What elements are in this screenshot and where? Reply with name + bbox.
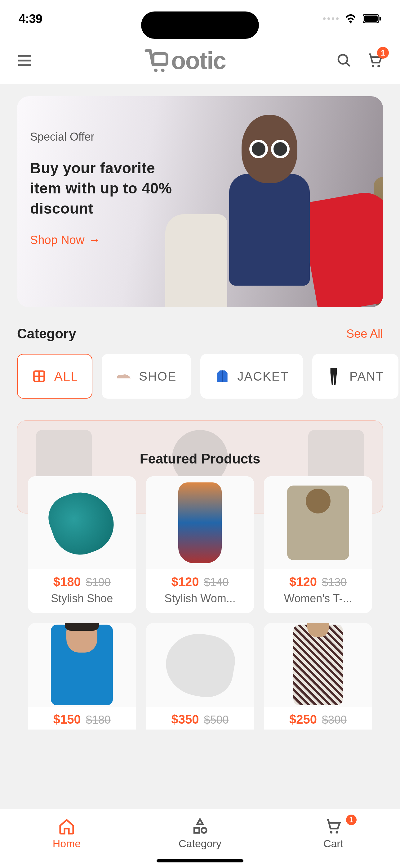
pant-icon	[327, 369, 342, 384]
category-icon	[191, 818, 209, 835]
product-name: Stylish Wom...	[153, 592, 247, 605]
content-scroll[interactable]: Special Offer Buy your favorite item wit…	[0, 84, 400, 809]
product-old-price: $130	[322, 576, 347, 589]
logo-cart-icon	[143, 46, 171, 74]
product-old-price: $140	[204, 576, 229, 589]
product-grid: $150 $180 $350 $500 $250 $300	[0, 623, 400, 730]
svg-rect-2	[379, 17, 381, 21]
logo-text: ootic	[171, 46, 226, 75]
product-card[interactable]: $120 $140 Stylish Wom...	[146, 476, 254, 613]
banner-image	[156, 96, 383, 307]
promo-banner[interactable]: Special Offer Buy your favorite item wit…	[17, 96, 383, 307]
app-header: ootic 1	[0, 37, 400, 84]
battery-icon	[363, 14, 381, 23]
svg-point-9	[330, 831, 332, 833]
product-price: $180	[53, 575, 81, 589]
svg-point-3	[154, 69, 158, 72]
banner-cta-label: Shop Now	[30, 234, 84, 247]
product-price: $150	[53, 712, 81, 726]
menu-icon[interactable]	[15, 51, 34, 70]
product-name: Stylish Shoe	[35, 592, 129, 605]
svg-point-4	[161, 69, 164, 72]
search-icon[interactable]	[335, 51, 354, 70]
cellular-dots-icon	[323, 18, 339, 20]
product-grid: $180 $190 Stylish Shoe $120 $140 Stylish…	[0, 476, 400, 613]
product-image	[264, 623, 372, 707]
cart-icon	[325, 818, 342, 835]
product-card[interactable]: $350 $500	[146, 623, 254, 730]
wifi-icon	[344, 14, 357, 24]
product-image	[28, 476, 136, 569]
svg-point-10	[335, 831, 338, 833]
dynamic-island	[141, 11, 259, 39]
category-heading: Category	[17, 326, 76, 341]
category-label: SHOE	[139, 369, 176, 383]
cart-button[interactable]: 1	[366, 51, 385, 70]
nav-label: Cart	[324, 838, 343, 850]
nav-home[interactable]: Home	[0, 809, 133, 868]
product-price: $120	[289, 575, 317, 589]
app-logo: ootic	[34, 46, 335, 75]
category-label: JACKET	[237, 369, 289, 383]
nav-label: Category	[178, 838, 222, 850]
product-price: $350	[171, 712, 199, 726]
svg-point-7	[377, 65, 380, 67]
status-time: 4:39	[19, 12, 42, 26]
see-all-link[interactable]: See All	[346, 327, 383, 341]
product-old-price: $180	[86, 713, 111, 726]
category-label: ALL	[54, 369, 78, 383]
svg-rect-1	[364, 16, 378, 22]
product-old-price: $500	[204, 713, 229, 726]
nav-cart-badge: 1	[346, 815, 357, 825]
product-old-price: $190	[86, 576, 111, 589]
category-label: PANT	[349, 369, 384, 383]
home-indicator[interactable]	[157, 859, 243, 862]
product-card[interactable]: $120 $130 Women's T-...	[264, 476, 372, 613]
product-image	[146, 623, 254, 707]
category-all[interactable]: ALL	[17, 354, 92, 399]
category-section-header: Category See All	[0, 307, 400, 354]
grid-icon	[31, 369, 47, 384]
product-price: $250	[289, 712, 317, 726]
status-bar: 4:39	[0, 0, 400, 37]
nav-cart[interactable]: 1 Cart	[267, 809, 400, 868]
product-image	[28, 623, 136, 707]
cart-badge: 1	[377, 47, 389, 59]
home-icon	[58, 818, 75, 835]
jacket-icon	[214, 369, 230, 384]
product-price: $120	[171, 575, 199, 589]
product-card[interactable]: $180 $190 Stylish Shoe	[28, 476, 136, 613]
category-jacket[interactable]: JACKET	[200, 354, 303, 399]
nav-label: Home	[53, 838, 81, 850]
product-image	[264, 476, 372, 569]
status-icons	[323, 14, 381, 24]
category-pant[interactable]: PANT	[312, 354, 398, 399]
svg-point-6	[372, 65, 374, 67]
product-old-price: $300	[322, 713, 347, 726]
product-card[interactable]: $250 $300	[264, 623, 372, 730]
category-shoe[interactable]: SHOE	[102, 354, 191, 399]
product-card[interactable]: $150 $180	[28, 623, 136, 730]
shoe-icon	[116, 369, 131, 384]
category-list[interactable]: ALL SHOE JACKET PANT	[0, 354, 400, 399]
featured-title: Featured Products	[18, 451, 382, 467]
product-name: Women's T-...	[271, 592, 365, 605]
product-image	[146, 476, 254, 569]
arrow-right-icon: →	[89, 234, 100, 247]
